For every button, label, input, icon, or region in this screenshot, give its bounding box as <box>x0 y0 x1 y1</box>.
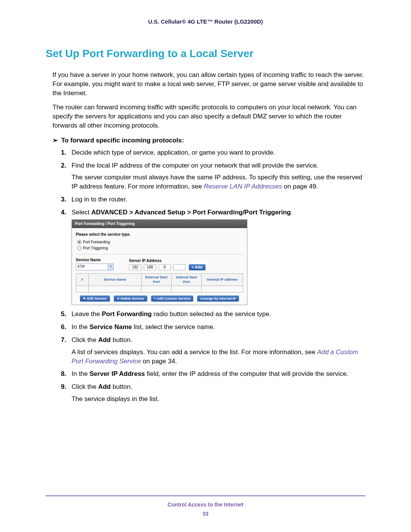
ip-octet-4[interactable] <box>173 264 185 270</box>
step-7-note-b: on page 34. <box>141 358 177 365</box>
ip-octet-2[interactable]: 168 <box>144 264 156 270</box>
step-4: Select ADVANCED > Advanced Setup > Port … <box>61 208 365 305</box>
step-5: Leave the Port Forwarding radio button s… <box>61 310 365 319</box>
add-custom-service-button[interactable]: + Add Custom Service <box>151 296 193 302</box>
ui-screenshot: Port Forwarding / Port Triggering Please… <box>72 219 247 305</box>
radio-port-triggering[interactable]: Port Triggering <box>77 246 243 251</box>
step-5-b: Port Forwarding <box>102 310 151 318</box>
step-2: Find the local IP address of the compute… <box>61 161 365 191</box>
step-7-note-a: A list of services displays. You can add… <box>72 348 317 356</box>
table-row <box>76 286 243 292</box>
server-ip-field-group: 192.168.0. + Add <box>129 264 206 270</box>
step-8-b: Server IP Address <box>89 370 145 377</box>
step-4-a: Select <box>72 209 91 216</box>
th-service: Service Name <box>89 273 142 286</box>
procedure-heading-text: To forward specific incoming protocols: <box>61 137 184 144</box>
service-name-label: Service Name <box>76 257 114 263</box>
ui-select-type-label: Please select the service type. <box>76 232 243 237</box>
step-7-b: Add <box>98 336 111 343</box>
dropdown-value: FTP <box>78 265 85 269</box>
step-6: In the Service Name list, select the ser… <box>61 323 365 332</box>
step-6-b: Service Name <box>89 323 132 331</box>
th-external-port: External Start Port <box>142 273 172 286</box>
intro-paragraph-1: If you have a server in your home networ… <box>53 70 365 97</box>
step-5-c: radio button selected as the service typ… <box>152 310 271 318</box>
add-button[interactable]: + Add <box>189 264 206 270</box>
step-6-a: In the <box>72 323 89 331</box>
radio-port-forwarding[interactable]: Port Forwarding <box>77 240 243 245</box>
step-3: Log in to the router. <box>61 195 365 204</box>
step-2-note: The server computer must always have the… <box>72 173 365 191</box>
step-4-path: ADVANCED > Advanced Setup > Port Forward… <box>91 209 291 216</box>
step-7-a: Click the <box>72 336 98 343</box>
ui-titlebar: Port Forwarding / Port Triggering <box>72 220 247 228</box>
step-9-c: button. <box>111 383 132 390</box>
step-9-note: The service displays in the list. <box>72 395 365 404</box>
reserve-ip-link[interactable]: Reserve LAN IP Addresses <box>204 183 282 190</box>
radio-dot-selected-icon <box>77 240 81 244</box>
ip-octet-3[interactable]: 0 <box>159 264 171 270</box>
step-1-text: Decide which type of service, applicatio… <box>72 149 275 156</box>
step-2-text: Find the local IP address of the compute… <box>72 162 319 169</box>
intro-paragraph-2: The router can forward incoming traffic … <box>53 103 365 130</box>
procedure-heading: ➢ To forward specific incoming protocols… <box>53 136 365 144</box>
step-9-a: Click the <box>72 383 98 390</box>
page-footer: Control Access to the Internet 33 <box>46 495 365 517</box>
document-header: U.S. Cellular® 4G LTE™ Router (LG2200D) <box>46 18 365 25</box>
step-1: Decide which type of service, applicatio… <box>61 148 365 157</box>
ip-octet-1[interactable]: 192 <box>129 264 141 270</box>
radio-trg-label: Port Triggering <box>83 246 108 250</box>
service-name-dropdown[interactable]: FTP ▾ <box>76 264 114 270</box>
th-internal-port: Internal Start Port <box>172 273 202 286</box>
step-8-c: field, enter the IP address of the compu… <box>145 370 349 377</box>
footer-chapter: Control Access to the Internet <box>46 502 365 508</box>
step-9-b: Add <box>98 383 111 390</box>
radio-fwd-label: Port Forwarding <box>83 240 110 244</box>
arrange-by-ip-button[interactable]: Arrange by Internal IP <box>197 296 239 302</box>
th-internal-ip: Internal IP address <box>202 273 243 286</box>
step-8-a: In the <box>72 370 89 377</box>
step-2-note-b: on page 49. <box>282 183 318 190</box>
step-7-note: A list of services displays. You can add… <box>72 348 365 366</box>
step-6-c: list, select the service name. <box>132 323 215 331</box>
section-title: Set Up Port Forwarding to a Local Server <box>46 48 365 60</box>
step-8: In the Server IP Address field, enter th… <box>61 369 365 379</box>
ui-divider <box>76 254 243 254</box>
chevron-down-icon: ▾ <box>108 264 113 270</box>
footer-page-number: 33 <box>46 511 365 517</box>
procedure-arrow-icon: ➢ <box>53 136 59 144</box>
step-7-c: button. <box>111 336 132 343</box>
th-num: # <box>76 273 89 286</box>
step-3-text: Log in to the router. <box>72 196 127 203</box>
edit-service-button[interactable]: ✎ Edit Service <box>80 296 110 302</box>
step-4-c: . <box>291 209 293 216</box>
services-table: # Service Name External Start Port Inter… <box>76 273 243 292</box>
step-5-a: Leave the <box>72 310 102 318</box>
delete-service-button[interactable]: ✕ Delete Service <box>114 296 147 302</box>
step-9: Click the Add button. The service displa… <box>61 382 365 404</box>
step-7: Click the Add button. A list of services… <box>61 335 365 366</box>
radio-dot-empty-icon <box>77 246 81 250</box>
server-ip-label: Server IP Address <box>129 258 206 264</box>
